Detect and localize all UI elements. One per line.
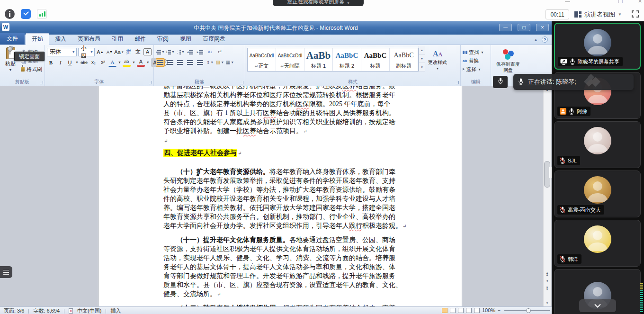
- floating-panel-toggle[interactable]: [0, 266, 12, 278]
- subscript-button[interactable]: x₂: [89, 58, 98, 67]
- status-word-count[interactable]: 字数: 6,694: [33, 307, 60, 314]
- zoom-level[interactable]: 100%: [482, 307, 495, 313]
- borders-button[interactable]: ▦▼: [225, 58, 234, 67]
- strikethrough-button[interactable]: abc: [80, 58, 88, 67]
- view-print-layout-button[interactable]: [442, 308, 447, 313]
- change-case-button[interactable]: Aa▼: [115, 48, 123, 56]
- spellcheck-icon[interactable]: [69, 308, 73, 314]
- styles-dialog-launcher[interactable]: [456, 81, 459, 84]
- align-right-button[interactable]: [176, 58, 185, 67]
- align-left-button[interactable]: [156, 58, 165, 67]
- align-center-button[interactable]: [166, 58, 175, 67]
- window-maximize-remnant[interactable]: ▢: [618, 0, 623, 3]
- tab-开始[interactable]: 开始: [26, 33, 49, 45]
- highlight-color-button[interactable]: ab: [123, 58, 131, 67]
- clipboard-dialog-launcher[interactable]: [40, 81, 43, 84]
- distribute-button[interactable]: [196, 58, 205, 67]
- style-item-标题 1[interactable]: AaBb标题 1: [304, 48, 333, 71]
- word-restore-button[interactable]: ▢: [518, 24, 530, 31]
- line-spacing-button[interactable]: ⇕▼: [206, 58, 215, 67]
- zoom-slider[interactable]: [504, 310, 550, 311]
- ribbon-collapse-icon[interactable]: ▲: [534, 37, 538, 42]
- status-page-number[interactable]: 页面: 3/6: [4, 307, 24, 314]
- format-painter-button[interactable]: 格式刷: [21, 65, 42, 73]
- previous-page-button[interactable]: ▲▲: [544, 270, 551, 277]
- status-insert-mode[interactable]: 插入: [110, 307, 121, 314]
- window-close-remnant[interactable]: ✕: [638, 0, 642, 3]
- find-button[interactable]: 查找▼: [463, 48, 489, 56]
- browse-object-button[interactable]: ●: [544, 277, 551, 284]
- increase-indent-button[interactable]: ▸: [196, 48, 205, 56]
- wen-char-button[interactable]: 文: [134, 48, 142, 56]
- style-item-标题 2[interactable]: AaBbC标题 2: [333, 48, 361, 71]
- view-fullscreen-reading-button[interactable]: [450, 308, 456, 313]
- styles-scroll-up[interactable]: ▲: [419, 46, 425, 55]
- sort-button[interactable]: A↓: [206, 48, 215, 56]
- justify-button[interactable]: [186, 58, 195, 67]
- bold-button[interactable]: B: [47, 58, 55, 67]
- font-dialog-launcher[interactable]: [149, 81, 152, 84]
- banner-caret-icon[interactable]: ▾: [347, 1, 349, 5]
- replace-button[interactable]: ab替换: [463, 57, 489, 64]
- vertical-scrollbar[interactable]: ▲ ▲▲ ● ▼▼ ▼: [543, 86, 551, 306]
- underline-button[interactable]: U: [66, 58, 74, 67]
- font-color-button[interactable]: A: [137, 58, 145, 67]
- font-family-combobox[interactable]: 宋体▼: [47, 48, 77, 56]
- help-icon[interactable]: [542, 36, 548, 43]
- participant-tile-陈晓琴的屏幕共享[interactable]: 陈晓琴的屏幕共享: [554, 23, 641, 70]
- tab-百度网盘[interactable]: 百度网盘: [197, 34, 231, 45]
- bullets-button[interactable]: •▼: [156, 48, 165, 56]
- window-minimize-remnant[interactable]: —: [565, 0, 570, 3]
- view-mode-selector[interactable]: 演讲者视图 ▼: [574, 9, 622, 19]
- fullscreen-button[interactable]: [632, 10, 639, 18]
- numbering-button[interactable]: 1▼: [166, 48, 175, 56]
- tab-审阅[interactable]: 审阅: [152, 34, 174, 45]
- text-effects-button[interactable]: A: [108, 58, 116, 67]
- meeting-info-icon[interactable]: [5, 9, 15, 19]
- security-shield-icon[interactable]: [21, 9, 31, 19]
- show-marks-button[interactable]: ↵: [215, 48, 224, 56]
- phonetic-guide-button[interactable]: 拼: [125, 48, 133, 56]
- zoom-out-button[interactable]: −: [498, 308, 501, 313]
- next-page-button[interactable]: ▼▼: [544, 285, 551, 292]
- decrease-indent-button[interactable]: ◂: [186, 48, 195, 56]
- character-border-button[interactable]: A: [143, 48, 152, 55]
- network-signal-icon[interactable]: [37, 9, 47, 19]
- save-to-baidu-button[interactable]: 保存到百度网盘: [493, 46, 523, 73]
- italic-button[interactable]: I: [56, 58, 64, 67]
- scroll-more-participants-button[interactable]: [579, 299, 616, 312]
- styles-more-button[interactable]: ▼: [419, 63, 425, 72]
- font-size-combobox[interactable]: 小四▼: [78, 48, 95, 56]
- style-item-无间隔[interactable]: AaBbCcDdl↵无间隔: [276, 48, 304, 71]
- participant-tile-SJL[interactable]: SJL: [554, 121, 641, 168]
- participant-tile-韩洋[interactable]: 韩洋: [554, 220, 641, 267]
- tab-页面布局[interactable]: 页面布局: [72, 34, 106, 45]
- tab-引用[interactable]: 引用: [106, 34, 129, 45]
- mini-mic-button[interactable]: [493, 76, 508, 88]
- style-item-正文[interactable]: AaBbCcDdl↵正文: [248, 48, 276, 71]
- style-item-标题[interactable]: AaBbC标题: [361, 48, 390, 71]
- word-close-button[interactable]: ✕: [536, 24, 549, 31]
- grow-font-button[interactable]: A▲: [96, 48, 104, 56]
- status-language[interactable]: 中文(中国): [77, 307, 101, 314]
- view-web-layout-button[interactable]: [458, 308, 464, 313]
- scroll-down-arrow[interactable]: ▼: [544, 299, 551, 306]
- tab-邮件[interactable]: 邮件: [129, 34, 152, 45]
- styles-scroll-down[interactable]: ▼: [419, 55, 425, 63]
- sidebar-resize-grip[interactable]: [549, 166, 553, 179]
- multilevel-list-button[interactable]: ⋮▼: [176, 48, 185, 56]
- view-draft-button[interactable]: [474, 308, 480, 313]
- tab-视图[interactable]: 视图: [174, 34, 197, 45]
- change-styles-button[interactable]: AA 更改样式 ▼: [427, 48, 448, 72]
- superscript-button[interactable]: x²: [99, 58, 107, 67]
- paragraph-dialog-launcher[interactable]: [240, 81, 243, 84]
- tab-插入[interactable]: 插入: [49, 34, 72, 45]
- shading-button[interactable]: ▨▼: [215, 58, 224, 67]
- tab-文件[interactable]: 文件: [0, 33, 25, 45]
- shrink-font-button[interactable]: A▼: [106, 48, 114, 56]
- view-outline-button[interactable]: [466, 308, 472, 313]
- participant-tile-partial[interactable]: [554, 269, 641, 314]
- style-item-副标题[interactable]: AaBbC副标题: [390, 48, 418, 71]
- participant-tile-高震-西南交大[interactable]: 高震-西南交大: [554, 170, 641, 217]
- word-minimize-button[interactable]: —: [499, 24, 512, 31]
